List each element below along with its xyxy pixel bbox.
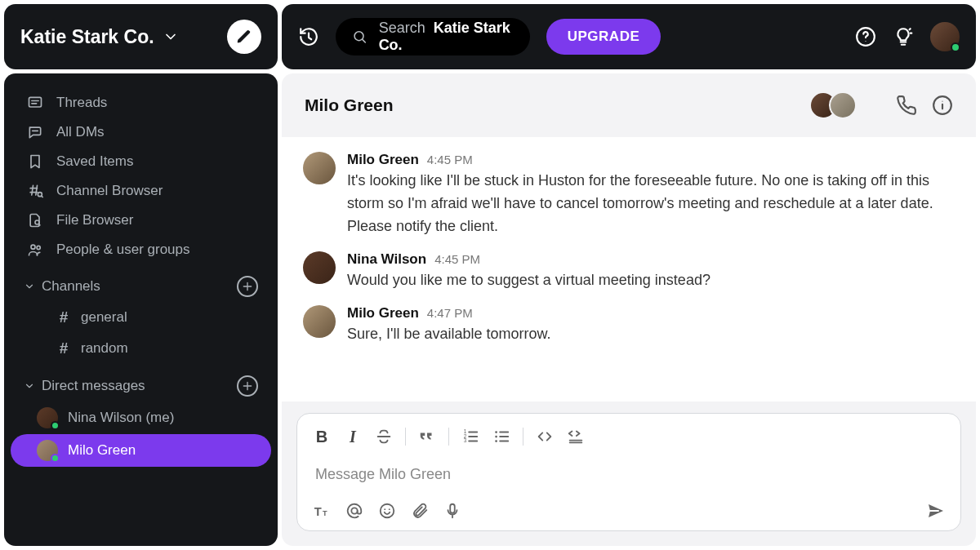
nav-label: Saved Items	[56, 153, 134, 170]
message-input[interactable]: Message Milo Green	[312, 451, 946, 498]
pencil-icon	[236, 29, 252, 45]
hash-icon: #	[56, 339, 71, 357]
info-icon[interactable]	[932, 95, 953, 116]
nav-threads[interactable]: Threads	[4, 88, 278, 118]
channel-browser-icon	[27, 183, 43, 199]
mention-button[interactable]	[345, 501, 364, 521]
hash-icon: #	[56, 308, 71, 326]
format-strike[interactable]	[374, 427, 394, 446]
nav-all-dms[interactable]: All DMs	[4, 118, 278, 147]
workspace-switcher[interactable]: Katie Stark Co.	[4, 4, 278, 69]
people-icon	[27, 242, 43, 258]
plus-icon	[241, 280, 254, 293]
message-composer[interactable]: B I 123 Message Milo Green T	[296, 413, 961, 531]
message-text: Would you like me to suggest a virtual m…	[347, 269, 955, 292]
nav-label: People & user groups	[56, 242, 190, 258]
chevron-down-icon	[24, 281, 35, 292]
search-icon	[352, 28, 368, 46]
help-icon[interactable]	[855, 26, 876, 47]
attach-button[interactable]	[410, 501, 430, 521]
svg-point-9	[942, 101, 942, 102]
nav-label: File Browser	[56, 212, 133, 228]
history-icon[interactable]	[298, 26, 319, 47]
svg-point-14	[495, 436, 497, 438]
message: Nina Wilson 4:45 PM Would you like me to…	[303, 251, 955, 292]
format-unordered-list[interactable]	[492, 427, 511, 446]
avatar	[303, 305, 336, 338]
message: Milo Green 4:45 PM It's looking like I'l…	[303, 152, 955, 238]
audio-button[interactable]	[443, 501, 462, 521]
chevron-down-icon	[24, 380, 35, 392]
presence-indicator	[951, 42, 960, 52]
format-quote[interactable]	[417, 427, 437, 446]
search-input[interactable]: Search Katie Stark Co.	[336, 18, 530, 55]
svg-text:T: T	[323, 509, 327, 517]
svg-rect-22	[450, 504, 455, 513]
avatar	[303, 152, 336, 184]
svg-point-7	[865, 41, 866, 42]
format-ordered-list[interactable]: 123	[461, 427, 480, 446]
message-time: 4:45 PM	[434, 252, 480, 266]
threads-icon	[27, 95, 43, 111]
section-label: Direct messages	[42, 378, 230, 394]
channel-item[interactable]: #random	[24, 333, 258, 364]
message-author: Milo Green	[347, 152, 419, 168]
message-time: 4:47 PM	[427, 306, 473, 320]
svg-text:T: T	[314, 505, 322, 518]
svg-point-3	[31, 245, 35, 249]
svg-point-13	[495, 431, 497, 433]
upgrade-button[interactable]: UPGRADE	[546, 19, 662, 55]
workspace-name: Katie Stark Co.	[20, 26, 154, 48]
format-toggle[interactable]: TT	[312, 501, 332, 521]
dm-name: Milo Green	[68, 442, 136, 459]
dms-section-header[interactable]: Direct messages	[24, 370, 258, 401]
format-italic[interactable]: I	[343, 427, 363, 446]
svg-point-4	[37, 246, 40, 249]
avatar	[829, 91, 857, 119]
svg-point-21	[389, 508, 390, 510]
member-avatars[interactable]	[809, 91, 857, 119]
channel-item[interactable]: #general	[24, 302, 258, 333]
compose-button[interactable]	[227, 20, 261, 54]
format-bold[interactable]: B	[312, 427, 332, 446]
plus-icon	[241, 379, 254, 393]
emoji-button[interactable]	[377, 501, 397, 521]
svg-rect-0	[29, 97, 42, 107]
avatar	[37, 407, 58, 428]
call-icon[interactable]	[896, 95, 917, 116]
dm-item[interactable]: Nina Wilson (me)	[11, 401, 271, 434]
lightbulb-icon[interactable]	[893, 26, 914, 47]
presence-indicator	[51, 421, 60, 430]
svg-text:3: 3	[464, 437, 467, 443]
svg-point-18	[351, 508, 357, 513]
avatar	[37, 440, 58, 461]
channels-section-header[interactable]: Channels	[24, 271, 258, 302]
nav-label: All DMs	[56, 124, 105, 140]
add-dm-button[interactable]	[237, 375, 258, 397]
channel-name: random	[81, 340, 128, 357]
format-code[interactable]	[535, 427, 555, 446]
nav-label: Threads	[56, 95, 107, 111]
bookmark-icon	[27, 153, 43, 170]
nav-file-browser[interactable]: File Browser	[4, 206, 278, 235]
send-button[interactable]	[926, 501, 946, 521]
nav-label: Channel Browser	[56, 183, 163, 199]
format-codeblock[interactable]	[566, 427, 586, 446]
dm-item[interactable]: Milo Green	[11, 434, 271, 467]
search-placeholder: Search Katie Stark Co.	[379, 20, 514, 54]
nav-people[interactable]: People & user groups	[4, 235, 278, 264]
svg-point-19	[381, 504, 394, 518]
message-time: 4:45 PM	[427, 153, 473, 166]
message-text: It's looking like I'll be stuck in Husto…	[347, 170, 955, 238]
nav-saved[interactable]: Saved Items	[4, 147, 278, 176]
nav-channel-browser[interactable]: Channel Browser	[4, 176, 278, 206]
message-text: Sure, I'll be available tomorrow.	[347, 323, 955, 346]
add-channel-button[interactable]	[237, 276, 258, 297]
file-browser-icon	[27, 212, 43, 228]
chevron-down-icon	[163, 29, 179, 45]
current-user-avatar[interactable]	[930, 22, 960, 51]
chat-title: Milo Green	[305, 95, 795, 115]
channel-name: general	[81, 309, 127, 326]
svg-point-15	[495, 440, 497, 442]
svg-point-20	[384, 508, 385, 510]
